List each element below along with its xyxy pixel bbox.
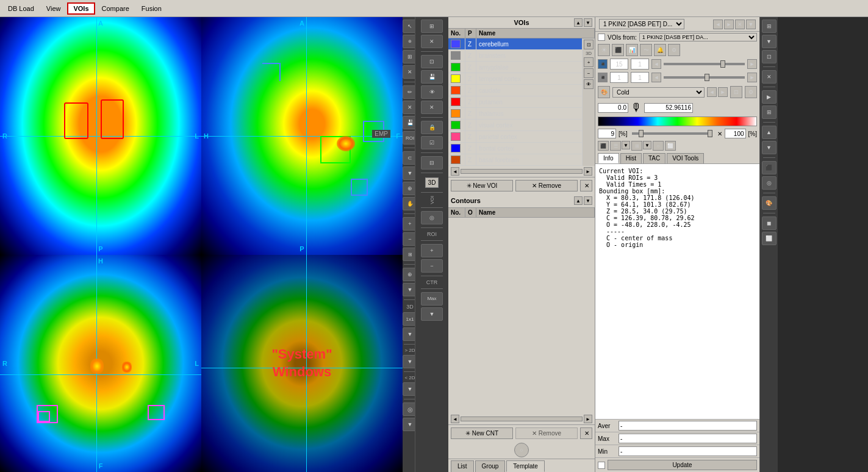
vois-from-checkbox[interactable] [598, 34, 605, 41]
remove-voi-btn[interactable]: ✕ Remove [515, 180, 578, 191]
voi-row-9[interactable]: Z parietal cortex [448, 131, 583, 143]
voi-scroll-left[interactable]: ◄ [451, 167, 459, 176]
num-next-2[interactable]: ► [747, 73, 757, 82]
far-icon-6[interactable]: ⊞ [762, 105, 777, 119]
cnt-scroll-right[interactable]: ► [584, 415, 592, 423]
num-prev-1[interactable]: ◄ [651, 59, 661, 69]
cmap-copy[interactable]: ⊡ [730, 86, 742, 98]
colormap-select[interactable]: Cold [612, 87, 705, 98]
mid-max-label[interactable]: Max [421, 292, 443, 306]
voi-plus-small[interactable]: + [584, 57, 594, 67]
contrast-icon[interactable]: ⬛ [612, 44, 624, 56]
mid-3d-btn[interactable]: 3D [425, 177, 439, 188]
mid-eye-btn[interactable]: 👁 [421, 85, 443, 99]
new-voi-btn[interactable]: ✳ New VOI [451, 180, 513, 191]
menu-vois[interactable]: VOIs [67, 2, 95, 15]
voi-eye-small[interactable]: 👁 [584, 79, 594, 89]
cnt-arr-down[interactable]: ▼ [584, 196, 592, 205]
slider-2[interactable] [664, 76, 745, 79]
far-icon-2[interactable]: ▼ [762, 35, 777, 48]
voi-row-2[interactable]: Z brainstem [448, 50, 583, 62]
voi-row-8[interactable]: Z visual cortex [448, 120, 583, 131]
tab-group[interactable]: Group [475, 460, 506, 472]
far-icon-10[interactable]: ◎ [762, 176, 777, 190]
new-cnt-btn[interactable]: ✳ New CNT [451, 427, 513, 439]
num-prev-2[interactable]: ◄ [651, 73, 661, 82]
mid-minus-btn[interactable]: − [421, 259, 443, 273]
info-nav-next[interactable]: ► [724, 20, 734, 29]
voi-scrollbar[interactable]: ◄ ► [451, 167, 592, 176]
info-tab-info[interactable]: Info [598, 153, 619, 163]
voi-row-11[interactable]: Z basal forebrain [448, 154, 583, 166]
mid-check-btn[interactable]: ☑ [421, 136, 443, 149]
slider-1[interactable] [664, 63, 745, 65]
mid-move-btn[interactable]: ⊞ [421, 20, 443, 33]
voi-row-4[interactable]: Z temporal cortex [448, 73, 583, 85]
cnt-scrollbar-track[interactable] [461, 417, 583, 421]
cnt-arr-up[interactable]: ▲ [574, 196, 583, 205]
cmap-next[interactable]: ► [718, 87, 728, 97]
num-box-1[interactable]: 15 [610, 59, 628, 70]
voi-row-6[interactable]: Z putamen [448, 96, 583, 108]
image-panel-topleft[interactable]: A P R L [0, 17, 201, 255]
voi-row-7[interactable]: Z thalamus [448, 108, 583, 120]
image-panel-topright[interactable]: A P H F EMP [201, 17, 403, 255]
far-icon-1[interactable]: ⊞ [762, 20, 777, 33]
voi-copy-icon[interactable]: ⊡ [584, 40, 594, 49]
mid-down-btn[interactable]: ▼ [421, 307, 443, 321]
display-arr-2[interactable]: ▼ [643, 141, 651, 149]
menu-db-load[interactable]: DB Load [2, 3, 40, 14]
cnt-circle-btn[interactable]: ○ [514, 443, 529, 457]
tab-list[interactable]: List [451, 460, 474, 472]
voi-minus-small[interactable]: − [584, 68, 594, 78]
voi-row-3[interactable]: Z amygdalae [448, 62, 583, 73]
far-icon-7[interactable]: ▲ [762, 126, 777, 139]
voi-row-10[interactable]: Z frontal cortex [448, 143, 583, 154]
cmap-settings[interactable]: ⚙ [745, 86, 757, 98]
bell-icon[interactable]: 🔔 [654, 44, 666, 56]
far-icon-12[interactable]: ◼ [762, 216, 777, 230]
info-title-select[interactable]: 1 PKIN2 [DASB PET] D... [599, 19, 684, 29]
image-panel-bottomleft[interactable]: H F R L [0, 255, 201, 472]
info-tab-hist[interactable]: Hist [620, 153, 642, 163]
display-icon-3[interactable]: ⊞ [631, 141, 642, 151]
wave-icon[interactable]: 〜 [640, 44, 652, 56]
voi-scrollbar-track[interactable] [461, 169, 583, 174]
mid-circle-btn[interactable]: ◎ [421, 211, 443, 224]
remove-cnt-btn[interactable]: ✕ Remove [515, 427, 578, 439]
menu-fusion[interactable]: Fusion [136, 3, 167, 14]
num-box-3[interactable]: 1 [610, 72, 628, 83]
update-checkbox[interactable] [598, 462, 605, 469]
voi-arr-down[interactable]: ▼ [584, 18, 592, 27]
close-voi-btn[interactable]: ✕ [580, 180, 592, 191]
range-max-input[interactable]: 52.96116 [644, 103, 693, 113]
far-icon-13[interactable]: ⬜ [762, 232, 777, 245]
mid-x-btn[interactable]: ✕ [421, 35, 443, 48]
mid-plus-btn[interactable]: + [421, 244, 443, 257]
tab-template[interactable]: Template [506, 460, 545, 472]
num-next-1[interactable]: ► [747, 59, 757, 69]
image-panel-bottomright[interactable]: "System" Windows [201, 255, 403, 472]
display-icon-1[interactable]: ⬛ [598, 141, 609, 151]
info-nav-prev[interactable]: ◄ [713, 20, 723, 29]
far-icon-9[interactable]: ⬛ [762, 161, 777, 174]
num-box-2[interactable]: 1 [631, 59, 649, 70]
color-swatch2[interactable]: ◾ [598, 73, 608, 82]
cnt-scrollbar[interactable]: ◄ ► [451, 415, 592, 423]
mid-save2-btn[interactable]: 💾 [421, 70, 443, 84]
info-close[interactable]: ✕ [735, 20, 745, 29]
mid-bars-btn[interactable]: ⊟ [421, 156, 443, 170]
brightness-icon[interactable]: ☀ [598, 44, 610, 56]
num-box-4[interactable]: 1 [631, 72, 649, 83]
far-icon-4[interactable]: ✕ [762, 70, 777, 84]
close-cnt-btn[interactable]: ✕ [580, 427, 592, 439]
pct-max[interactable]: 100 [725, 129, 746, 138]
display-icon-2[interactable]: ☰ [610, 141, 621, 151]
colormap-icon[interactable]: 🎨 [598, 86, 610, 98]
vois-from-select[interactable]: 1 PKIN2 [DASB PET] DA... [639, 33, 757, 41]
color-swatch[interactable]: ◾ [598, 59, 608, 69]
pct-min[interactable]: 9 [598, 129, 616, 138]
menu-compare[interactable]: Compare [96, 3, 135, 14]
far-icon-3[interactable]: ⊡ [762, 50, 777, 63]
mid-x2-btn[interactable]: ✕ [421, 101, 443, 114]
